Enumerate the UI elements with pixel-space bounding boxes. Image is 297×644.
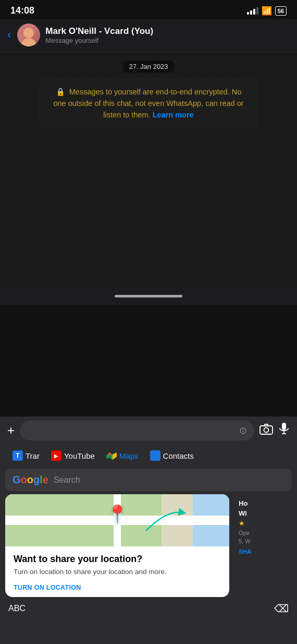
quick-link-maps[interactable]: Maps bbox=[101, 448, 144, 463]
side-card-title-line2: Wi bbox=[239, 509, 282, 517]
signal-bars-icon bbox=[247, 7, 258, 15]
mic-button[interactable] bbox=[278, 422, 290, 439]
keyboard-keys-area bbox=[0, 618, 297, 644]
contacts-label: Contacts bbox=[163, 451, 194, 460]
plus-button[interactable]: + bbox=[7, 423, 15, 438]
wifi-icon: 📶 bbox=[262, 6, 272, 16]
mic-icon bbox=[278, 422, 290, 436]
date-label: 27. Jan 2023 bbox=[0, 62, 297, 71]
status-time: 14:08 bbox=[10, 5, 34, 16]
location-card: 📍 Want to share your location? Turn on l… bbox=[5, 494, 229, 597]
battery-icon: 56 bbox=[275, 6, 287, 16]
camera-button[interactable] bbox=[259, 423, 273, 438]
map-arrow-icon bbox=[141, 505, 188, 536]
side-card: Ho Wi ★ Ope 5, W SHA bbox=[234, 494, 287, 597]
svg-marker-7 bbox=[113, 452, 117, 460]
trar-icon: T bbox=[13, 450, 23, 461]
header-info: Mark O'Neill - Vcard (You) Message yours… bbox=[45, 26, 290, 44]
contact-subtitle: Message yourself bbox=[45, 37, 290, 44]
google-logo: Google bbox=[13, 474, 48, 486]
youtube-icon: ▶ bbox=[51, 450, 61, 461]
backspace-button[interactable]: ⌫ bbox=[274, 602, 289, 615]
contact-name: Mark O'Neill - Vcard (You) bbox=[45, 26, 290, 37]
side-card-stars: ★ bbox=[239, 519, 282, 527]
youtube-label: YouTube bbox=[64, 451, 95, 460]
trar-label: Trar bbox=[26, 451, 40, 460]
map-card-description: Turn on location to share your location … bbox=[14, 567, 221, 577]
chat-header: ‹ Mark O'Neill - Vcard (You) Message you… bbox=[0, 19, 297, 52]
search-placeholder: Search bbox=[54, 475, 80, 485]
side-card-info1: Ope bbox=[239, 529, 282, 537]
quick-link-contacts[interactable]: 👤 Contacts bbox=[145, 448, 199, 463]
encryption-notice: 🔒 Messages to yourself are end-to-end en… bbox=[39, 78, 258, 129]
map-card-body: Want to share your location? Turn on loc… bbox=[5, 546, 229, 597]
svg-point-1 bbox=[264, 428, 269, 433]
svg-rect-0 bbox=[260, 426, 273, 434]
back-button[interactable]: ‹ bbox=[7, 28, 11, 42]
google-search-bar[interactable]: Google Search bbox=[5, 469, 292, 491]
maps-icon bbox=[106, 450, 117, 461]
turn-on-location-button[interactable]: TURN ON LOCATION bbox=[14, 584, 81, 591]
status-icons: 📶 56 bbox=[247, 6, 287, 16]
status-bar: 14:08 📶 56 bbox=[0, 0, 297, 19]
map-visual: 📍 bbox=[5, 494, 229, 546]
map-pin-icon: 📍 bbox=[106, 504, 128, 524]
lock-icon: 🔒 bbox=[56, 88, 65, 96]
chat-background: 27. Jan 2023 🔒 Messages to yourself are … bbox=[0, 52, 297, 287]
input-toolbar: + ⊙ bbox=[0, 416, 297, 445]
side-card-info2: 5, W bbox=[239, 538, 282, 545]
home-indicator bbox=[0, 287, 297, 305]
home-bar bbox=[115, 295, 182, 297]
map-card-title: Want to share your location? bbox=[14, 554, 221, 565]
camera-icon bbox=[259, 423, 273, 435]
keyboard-area: + ⊙ T Trar bbox=[0, 416, 297, 644]
svg-rect-2 bbox=[282, 423, 286, 430]
contacts-icon: 👤 bbox=[150, 450, 160, 461]
side-card-title-line1: Ho bbox=[239, 499, 282, 507]
cards-row: 📍 Want to share your location? Turn on l… bbox=[5, 494, 297, 597]
learn-more-link[interactable]: Learn more bbox=[153, 111, 194, 119]
quick-link-trar[interactable]: T Trar bbox=[7, 448, 45, 463]
quick-link-youtube[interactable]: ▶ YouTube bbox=[46, 448, 100, 463]
abc-label: ABC bbox=[8, 604, 26, 613]
quick-links-row: T Trar ▶ YouTube Maps bbox=[0, 445, 297, 467]
side-card-action[interactable]: SHA bbox=[239, 548, 282, 555]
abc-row: ABC ⌫ bbox=[0, 597, 297, 618]
avatar bbox=[17, 23, 40, 46]
maps-label: Maps bbox=[119, 451, 139, 460]
message-input[interactable]: ⊙ bbox=[20, 421, 254, 440]
sticker-icon: ⊙ bbox=[239, 425, 247, 436]
